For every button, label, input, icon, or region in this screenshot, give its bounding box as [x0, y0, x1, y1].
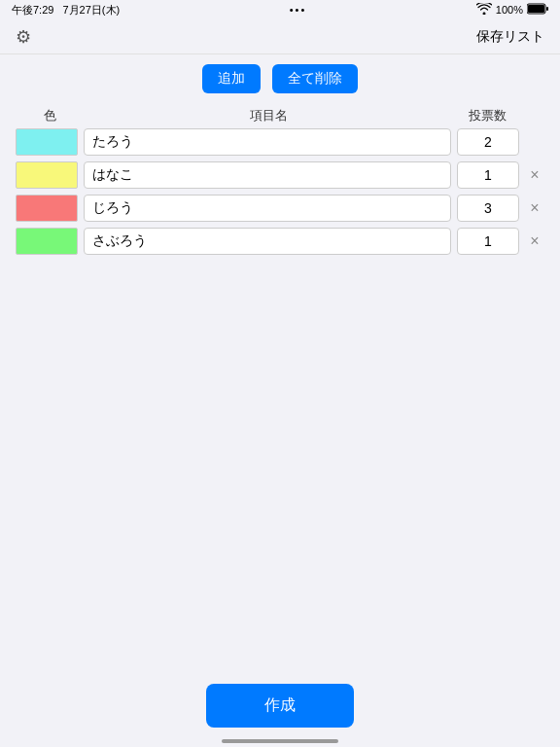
- name-input[interactable]: [84, 195, 451, 222]
- color-swatch[interactable]: [16, 128, 78, 156]
- delete-row-button[interactable]: ×: [525, 231, 544, 251]
- status-dots: •••: [290, 4, 307, 16]
- bottom-bar: 作成: [0, 684, 560, 728]
- name-input[interactable]: [84, 161, 451, 189]
- votes-input[interactable]: [457, 161, 519, 189]
- delete-row-button[interactable]: ×: [525, 198, 544, 218]
- votes-column-header: 投票数: [453, 107, 521, 124]
- votes-input[interactable]: [457, 128, 519, 156]
- nav-save-list-title[interactable]: 保存リスト: [476, 28, 544, 46]
- table: 色 項目名 投票数 ×××: [0, 103, 560, 255]
- status-bar: 午後7:29 7月27日(木) ••• 100%: [0, 0, 560, 19]
- votes-input[interactable]: [457, 228, 519, 255]
- table-row: ×: [16, 195, 544, 222]
- scroll-indicator: [222, 739, 338, 743]
- color-swatch[interactable]: [16, 195, 78, 222]
- toolbar: 追加 全て削除: [0, 54, 560, 103]
- nav-bar: ⚙ 保存リスト: [0, 19, 560, 54]
- status-indicators: 100%: [476, 3, 548, 17]
- rows-container: ×××: [16, 128, 544, 255]
- votes-input[interactable]: [457, 195, 519, 222]
- color-column-header: 色: [16, 107, 84, 124]
- color-swatch[interactable]: [16, 228, 78, 255]
- table-row: ×: [16, 228, 544, 255]
- svg-rect-2: [546, 7, 548, 11]
- battery-icon: [527, 3, 548, 17]
- gear-icon[interactable]: ⚙: [16, 26, 31, 48]
- table-header: 色 項目名 投票数: [16, 103, 544, 128]
- delete-all-button[interactable]: 全て削除: [272, 64, 358, 93]
- delete-row-button[interactable]: ×: [525, 165, 544, 185]
- name-column-header: 項目名: [84, 107, 453, 124]
- table-row: ×: [16, 161, 544, 189]
- table-row: [16, 128, 544, 156]
- color-swatch[interactable]: [16, 161, 78, 189]
- name-input[interactable]: [84, 228, 451, 255]
- name-input[interactable]: [84, 128, 451, 156]
- status-time-date: 午後7:29 7月27日(木): [12, 3, 120, 18]
- add-button[interactable]: 追加: [202, 64, 261, 93]
- create-button[interactable]: 作成: [206, 684, 354, 728]
- svg-rect-1: [528, 5, 544, 13]
- battery-percentage: 100%: [496, 4, 523, 16]
- wifi-icon: [476, 3, 492, 17]
